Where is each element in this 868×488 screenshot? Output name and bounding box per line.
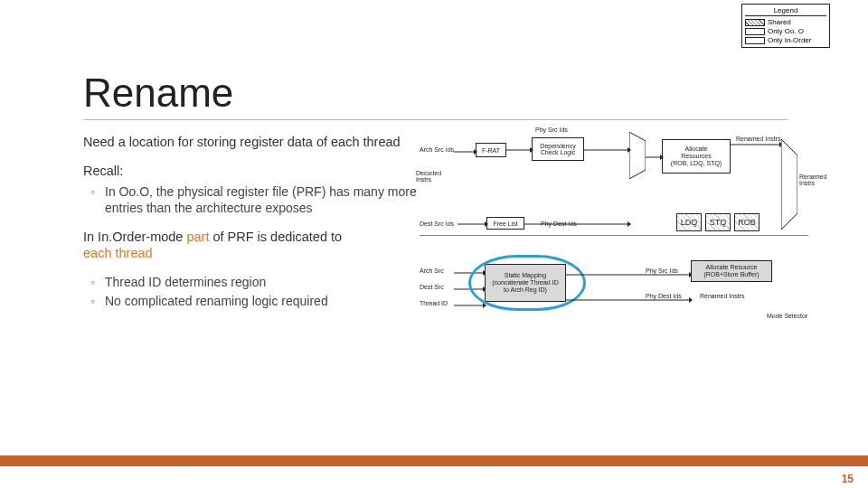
legend-box: Legend Shared Only Oo. O Only In-Order bbox=[741, 4, 830, 48]
footer-bar bbox=[0, 455, 868, 466]
slide: Legend Shared Only Oo. O Only In-Order R… bbox=[0, 0, 868, 488]
inorder-each-thread: each thread bbox=[83, 246, 153, 260]
label-decoded-instrs: Decoded Instrs bbox=[416, 170, 441, 183]
box-allocate-top: Allocate Resources (ROB, LDQ, STQ) bbox=[662, 139, 731, 174]
box-allocate-bottom: Allocate Resource (ROB+Store Buffer) bbox=[691, 260, 772, 282]
legend-row-ooo: Only Oo. O bbox=[745, 27, 826, 35]
label-dest-src-ids: Dest Src Ids bbox=[420, 221, 454, 227]
diagram-divider bbox=[420, 235, 808, 236]
inorder-bullet-1: Thread ID determines region bbox=[96, 275, 418, 291]
inorder-pre: In In.Order-mode bbox=[83, 230, 186, 244]
label-mode-sel: Mode Selector bbox=[767, 313, 807, 319]
recall-list: In Oo.O, the physical register file (PRF… bbox=[83, 184, 418, 216]
recall-bullet-1: In Oo.O, the physical register file (PRF… bbox=[96, 184, 418, 216]
label-arch-src-ids: Arch Src Ids bbox=[420, 146, 454, 153]
legend-row-shared: Shared bbox=[745, 18, 826, 26]
svg-marker-6 bbox=[627, 147, 631, 153]
legend-row-io: Only In-Order bbox=[745, 36, 826, 44]
arrow-dest-free bbox=[458, 221, 488, 228]
label-renamed-2: Renamed Instrs bbox=[700, 293, 744, 299]
page-number: 15 bbox=[842, 473, 854, 485]
box-stq: STQ bbox=[705, 213, 731, 231]
svg-marker-25 bbox=[689, 297, 693, 303]
box-frat: F-RAT bbox=[476, 143, 506, 157]
label-thread-id: Thread ID bbox=[420, 300, 448, 306]
label-arch-src: Arch Src bbox=[420, 267, 444, 274]
box-rob: ROB bbox=[734, 213, 760, 231]
mux-left bbox=[629, 132, 646, 179]
legend-swatch-shared bbox=[745, 19, 765, 26]
recall-label: Recall: bbox=[83, 163, 418, 179]
inorder-part: part bbox=[186, 230, 209, 244]
box-ldq: LDQ bbox=[676, 213, 702, 231]
legend-swatch-io bbox=[745, 37, 765, 44]
svg-marker-3 bbox=[530, 147, 533, 153]
text-column: Need a location for storing register dat… bbox=[83, 134, 418, 323]
box-free-list: Free List bbox=[486, 217, 524, 230]
diagram: Arch Src Ids Decoded Instrs F-RAT Depend… bbox=[420, 127, 808, 325]
legend-label-shared: Shared bbox=[768, 18, 791, 26]
svg-marker-1 bbox=[474, 149, 477, 155]
label-dest-src: Dest Src bbox=[420, 284, 444, 290]
inorder-line: In In.Order-mode part of PRF is dedicate… bbox=[83, 229, 418, 261]
legend-swatch-ooo bbox=[745, 28, 765, 35]
legend-label-ooo: Only Oo. O bbox=[768, 27, 804, 35]
lead-1: Need a location for storing register dat… bbox=[83, 134, 418, 150]
svg-marker-8 bbox=[660, 155, 664, 160]
inorder-post: of PRF is dedicated to bbox=[209, 230, 342, 244]
svg-marker-15 bbox=[627, 221, 631, 227]
arrow-static-out1 bbox=[566, 271, 693, 278]
arrow-static-out2 bbox=[566, 296, 693, 304]
mux-right bbox=[781, 139, 797, 230]
legend-title: Legend bbox=[745, 6, 826, 16]
inorder-list: Thread ID determines region No complicat… bbox=[83, 275, 418, 310]
arrow-renamed-top bbox=[731, 141, 783, 148]
arrow-frat-dep bbox=[506, 146, 533, 154]
box-dep-check: Dependency Check Logic bbox=[532, 137, 584, 161]
arrow-dep-mux bbox=[584, 146, 631, 154]
slide-title: Rename bbox=[83, 70, 233, 116]
arrow-mux-alloc bbox=[646, 154, 664, 161]
title-underline bbox=[83, 119, 788, 120]
inorder-bullet-2: No complicated renaming logic required bbox=[96, 294, 418, 310]
legend-label-io: Only In-Order bbox=[768, 36, 811, 44]
svg-marker-4 bbox=[629, 132, 646, 179]
arrow-arch-frat bbox=[454, 148, 477, 155]
svg-marker-13 bbox=[485, 221, 488, 227]
label-phy-src-top: Phy Src Ids bbox=[535, 127, 568, 133]
arrow-free-ldq bbox=[524, 221, 631, 228]
label-renamed-right: Renamed Instrs bbox=[799, 174, 826, 186]
svg-marker-11 bbox=[781, 139, 797, 230]
arrow-threadid-static bbox=[454, 302, 486, 309]
